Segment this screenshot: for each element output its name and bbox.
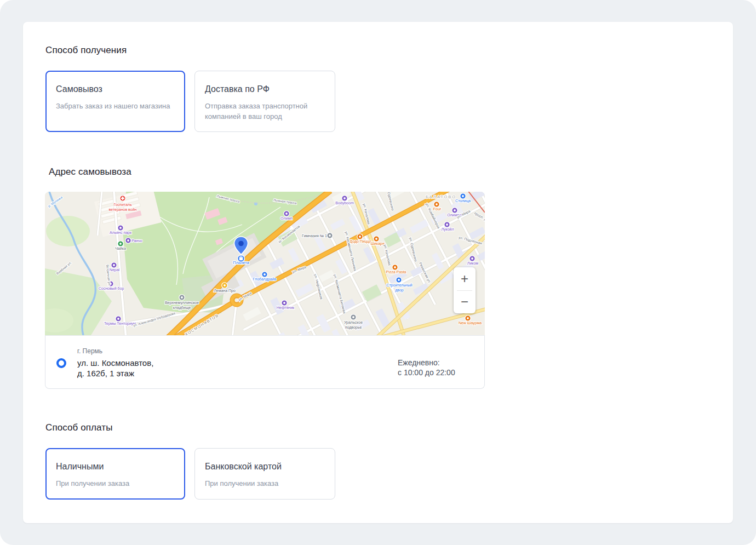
map-label: New Шаурма: [459, 321, 482, 325]
likom-icon: [469, 256, 475, 261]
chayka-icon: [118, 241, 123, 246]
map-label: Олимп: [280, 216, 293, 220]
rancho-icon: [125, 238, 131, 243]
map-label: Уральскоеподворье: [344, 320, 363, 330]
pickup-address-heading: Адрес самовывоза: [49, 167, 131, 177]
option-subtitle: Забрать заказ из нашего магазина: [56, 101, 175, 111]
pickup-city: г. Пермь: [77, 347, 102, 355]
neftyanik-icon: [282, 300, 287, 306]
pickup-address-card[interactable]: г. Пермь ул. ш. Космонавтов, д. 162б, 1 …: [45, 335, 485, 389]
lemana-pro-icon: [222, 283, 227, 288]
delivery-method-heading: Способ получения: [45, 45, 127, 56]
dodo-pizza-icon: [357, 234, 363, 239]
map-label: БАЛАТОВО: [426, 194, 456, 199]
option-subtitle: При получении заказа: [205, 478, 325, 489]
map-label: Додо Пицца: [350, 239, 371, 244]
payment-method-heading: Способ оплаты: [45, 422, 113, 433]
map-green-patch: [46, 216, 90, 246]
globaldrive-icon: [262, 272, 267, 277]
stroitelny-dvor-icon: [396, 277, 402, 283]
four-icon: [434, 202, 439, 207]
olimp-icon: [284, 211, 289, 216]
checkout-screen: Способ получения Самовывоз Забрать заказ…: [0, 0, 756, 545]
option-title: Самовывоз: [56, 84, 175, 94]
pickup-map[interactable]: р. МулянкаГоспитальветеранов войнАльянс …: [45, 192, 485, 335]
option-subtitle: При получении заказа: [56, 478, 175, 489]
pickup-address-line2: д. 162б, 1 этаж: [77, 368, 153, 378]
map-label: Сосновый бор: [99, 286, 124, 291]
map-label: Глобалдрайв: [253, 277, 277, 282]
map-label: Нефтяник: [277, 306, 295, 310]
map-label: Ликом: [467, 261, 479, 265]
pickup-address-radio[interactable]: [56, 358, 66, 368]
bodyboom-icon: [342, 196, 347, 201]
map-label: Bodyboom: [335, 201, 354, 205]
pickup-schedule-hours: с 10:00 до 22:00: [398, 368, 455, 377]
delivery-options-row: Самовывоз Забрать заказ из нашего магази…: [45, 71, 335, 132]
map-zoom-in-button[interactable]: +: [454, 267, 476, 290]
stolitsa-icon: [460, 193, 466, 199]
option-subtitle: Отправка заказа транспортной компанией в…: [205, 101, 325, 122]
checkout-card: Способ получения Самовывоз Забрать заказ…: [23, 22, 733, 523]
map-label: Ранчо: [131, 239, 142, 243]
new-shaurma-icon: [465, 315, 471, 321]
cemetery-icon: [179, 295, 185, 300]
olimpia-icon: [452, 208, 457, 213]
pickup-address-line1: ул. ш. Космонавтов,: [77, 358, 153, 368]
delivery-option-shipping[interactable]: Доставка по РФ Отправка заказа транспорт…: [194, 71, 335, 132]
option-title: Банковской картой: [205, 462, 325, 472]
pickup-schedule-label: Ежедневно:: [398, 358, 455, 368]
map-label: Four: [433, 207, 442, 211]
map-canvas: р. МулянкаГоспитальветеранов войнАльянс …: [45, 192, 485, 335]
shikari-icon: [374, 236, 379, 242]
map-label: Nepal: [110, 268, 120, 272]
map-label: Шикари: [370, 242, 384, 246]
option-title: Доставка по РФ: [205, 84, 325, 94]
pizza-pasta-icon: [392, 265, 398, 270]
pickup-street-address: ул. ш. Космонавтов, д. 162б, 1 этаж: [77, 358, 153, 378]
payment-option-card[interactable]: Банковской картой При получении заказа: [194, 448, 335, 500]
lukoil-icon: [444, 222, 450, 227]
map-label: Лукойл: [441, 227, 454, 232]
option-title: Наличными: [56, 462, 175, 472]
uralskoe-podvorye-icon: [351, 314, 356, 320]
map-label: Альянс парк: [110, 231, 132, 235]
termy-tentorium-icon: [116, 316, 121, 322]
map-label: Столица: [455, 199, 471, 203]
alyans-park-icon: [118, 225, 123, 231]
map-label: Pizza Pasta: [386, 270, 406, 274]
map-label: Гимназия № 1: [302, 234, 327, 238]
map-label: Лемана Про: [214, 289, 236, 293]
pickup-schedule: Ежедневно: с 10:00 до 22:00: [398, 358, 455, 377]
payment-options-row: Наличными При получении заказа Банковско…: [45, 448, 335, 500]
pickup-map-block: р. МулянкаГоспитальветеранов войнАльянс …: [45, 192, 485, 389]
payment-option-cash[interactable]: Наличными При получении заказа: [45, 448, 185, 500]
nepal-icon: [111, 262, 117, 268]
delivery-option-pickup[interactable]: Самовывоз Забрать заказ из нашего магази…: [45, 71, 185, 132]
map-label: Чайка: [115, 246, 126, 250]
map-label: Термы Тенториум: [104, 322, 136, 326]
gimnaziya-icon: [327, 233, 333, 238]
map-zoom-control: + −: [454, 267, 476, 313]
hospital-icon: [120, 196, 125, 201]
map-zoom-out-button[interactable]: −: [454, 291, 476, 314]
